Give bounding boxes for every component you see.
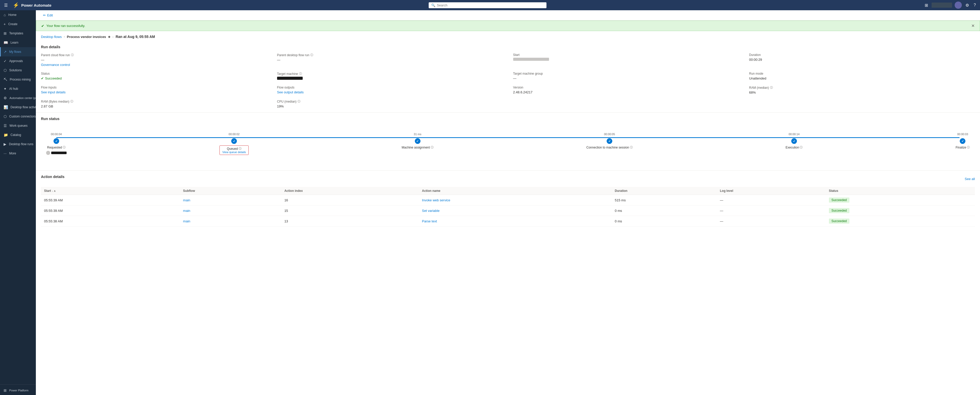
sidebar-item-catalog[interactable]: 📁 Catalog — [0, 130, 36, 139]
sidebar-item-my-flows[interactable]: ↗ My flows — [0, 47, 36, 56]
run-status-section: Run status 00:00:04 ✔ Requested ⓘ — [36, 113, 980, 171]
detail-value-run-mode: Unattended — [749, 77, 975, 80]
sidebar-item-home[interactable]: ⌂ Home — [0, 10, 36, 19]
status-badge: Succeeded — [829, 197, 850, 203]
sidebar-item-ai-hub[interactable]: ✦ AI hub — [0, 84, 36, 93]
hamburger-button[interactable]: ☰ — [3, 2, 9, 9]
desktop-flow-runs-icon: ▶ — [3, 142, 6, 146]
detail-start: Start — [513, 53, 739, 67]
sidebar-label-work-queues: Work queues — [10, 124, 27, 128]
info-icon-finalize[interactable]: ⓘ — [967, 146, 970, 149]
table-header: Start ↓ ∧ Subflow Action index Action na… — [41, 187, 975, 195]
detail-duration: Duration 00:00:29 — [749, 53, 975, 67]
sidebar-item-process-mining[interactable]: ⛏ Process mining — [0, 75, 36, 84]
cell-start: 05:55:38 AM — [41, 216, 180, 227]
sidebar-label-desktop-flow-activity: Desktop flow activity — [11, 106, 36, 109]
detail-status: Status ✔ Succeeded — [41, 72, 267, 80]
home-icon: ⌂ — [3, 13, 6, 17]
info-icon-ram-median[interactable]: ⓘ — [770, 86, 773, 90]
col-duration: Duration — [612, 187, 717, 195]
sidebar-item-create[interactable]: + Create — [0, 19, 36, 29]
cell-action-name: Invoke web service — [419, 195, 612, 205]
sidebar-item-learn[interactable]: 📖 Learn — [0, 38, 36, 47]
create-icon: + — [3, 22, 6, 26]
see-input-details-link[interactable]: See input details — [41, 90, 267, 94]
info-icon-execution[interactable]: ⓘ — [800, 146, 803, 149]
action-name-link[interactable]: Parse text — [422, 219, 437, 223]
sidebar-item-automation-center[interactable]: ⚙ Automation center (previe... — [0, 93, 36, 102]
info-icon-parent-cloud[interactable]: ⓘ — [71, 53, 74, 57]
sort-start-icon[interactable]: ↓ ∧ — [52, 190, 56, 192]
power-platform-icon: ⊞ — [3, 388, 7, 392]
status-badge: Succeeded — [829, 208, 850, 213]
table-row: 05:55:39 AM main 16 Invoke web service 5… — [41, 195, 975, 205]
info-icon-ram-bytes[interactable]: ⓘ — [70, 99, 73, 103]
info-icon-connection[interactable]: ⓘ — [630, 146, 633, 149]
detail-label-ram-bytes: RAM (Bytes median) ⓘ — [41, 99, 267, 103]
close-banner-button[interactable]: ✕ — [971, 23, 975, 28]
action-name-link[interactable]: Set variable — [422, 209, 440, 213]
sidebar-item-power-platform[interactable]: ⊞ Power Platform — [0, 386, 36, 395]
sidebar-item-solutions[interactable]: ⬡ Solutions — [0, 66, 36, 75]
target-machine-redacted — [277, 77, 303, 80]
sidebar-label-my-flows: My flows — [9, 50, 21, 54]
sidebar-item-desktop-flow-runs[interactable]: ▶ Desktop flow runs — [0, 139, 36, 149]
sidebar-item-templates[interactable]: ⊞ Templates — [0, 29, 36, 38]
environment-badge[interactable] — [932, 3, 952, 8]
see-all-link[interactable]: See all — [965, 177, 975, 181]
detail-flow-outputs: Flow outputs See output details — [277, 86, 503, 94]
dot-queued: ✔ — [231, 138, 237, 144]
search-input[interactable] — [437, 3, 544, 7]
info-icon-machine-assignment[interactable]: ⓘ — [431, 146, 434, 149]
status-check-icon: ✔ — [41, 77, 44, 80]
sidebar-item-desktop-flow-activity[interactable]: 📊 Desktop flow activity — [0, 102, 36, 112]
detail-label-flow-outputs: Flow outputs — [277, 86, 503, 89]
detail-value-start — [513, 58, 739, 62]
sidebar-item-more[interactable]: ··· More — [0, 149, 36, 158]
time-machine-assignment: 31 ms — [414, 133, 422, 136]
grid-icon[interactable]: ⊞ — [924, 2, 929, 9]
detail-target-machine: Target machine ⓘ — [277, 72, 503, 80]
app-logo: ⚡ Power Automate — [13, 2, 51, 8]
detail-label-run-mode: Run mode — [749, 72, 975, 75]
info-icon-target-machine[interactable]: ⓘ — [299, 72, 302, 76]
info-icon-cpu-median[interactable]: ⓘ — [298, 99, 301, 103]
breadcrumb-desktop-flows-link[interactable]: Desktop flows — [41, 35, 62, 39]
info-icon-queued[interactable]: ⓘ — [239, 147, 242, 150]
label-execution: Execution ⓘ — [786, 146, 803, 149]
timeline-node-requested: 00:00:04 ✔ Requested ⓘ — [46, 133, 67, 155]
settings-icon[interactable]: ⚙ — [964, 2, 970, 9]
detail-label-parent-desktop: Parent desktop flow run ⓘ — [277, 53, 503, 57]
subflow-link[interactable]: main — [183, 198, 190, 202]
help-icon[interactable]: ? — [972, 2, 977, 8]
subflow-link[interactable]: main — [183, 209, 190, 213]
action-name-link[interactable]: Invoke web service — [422, 198, 450, 202]
edit-button[interactable]: ✏ Edit — [41, 12, 55, 18]
run-details-grid: Parent cloud flow run ⓘ — Governance con… — [41, 53, 975, 108]
subflow-link[interactable]: main — [183, 219, 190, 223]
view-queue-details-link[interactable]: View queue details — [222, 150, 246, 154]
detail-label-target-machine: Target machine ⓘ — [277, 72, 503, 76]
time-execution: 00:00:14 — [789, 133, 800, 136]
info-icon-parent-desktop[interactable]: ⓘ — [310, 53, 313, 57]
detail-ram-bytes-median: RAM (Bytes median) ⓘ 2.87 GB — [41, 99, 267, 108]
col-log-level: Log level — [717, 187, 826, 195]
cell-start: 05:55:39 AM — [41, 205, 180, 216]
detail-value-parent-cloud: — — [41, 58, 267, 62]
sidebar-item-custom-connectors[interactable]: ⬡ Custom connectors — [0, 112, 36, 121]
success-check-icon: ✔ — [41, 24, 44, 28]
see-output-details-link[interactable]: See output details — [277, 90, 503, 94]
sidebar-label-learn: Learn — [11, 41, 18, 44]
info-icon-requested[interactable]: ⓘ — [63, 146, 65, 149]
sidebar-item-approvals[interactable]: ✓ Approvals — [0, 56, 36, 66]
sidebar-label-power-platform: Power Platform — [9, 389, 29, 392]
cell-action-index: 13 — [281, 216, 419, 227]
governance-control-link[interactable]: Governance control — [41, 63, 267, 67]
avatar[interactable] — [955, 2, 962, 9]
timeline-container: 00:00:04 ✔ Requested ⓘ 00:00:02 — [41, 125, 975, 165]
sidebar-label-more: More — [9, 152, 16, 155]
breadcrumb-separator-2: › — [112, 35, 113, 39]
dot-requested: ✔ — [54, 138, 59, 144]
sidebar-item-work-queues[interactable]: ☰ Work queues — [0, 121, 36, 130]
edit-bar: ✏ Edit — [36, 10, 980, 21]
